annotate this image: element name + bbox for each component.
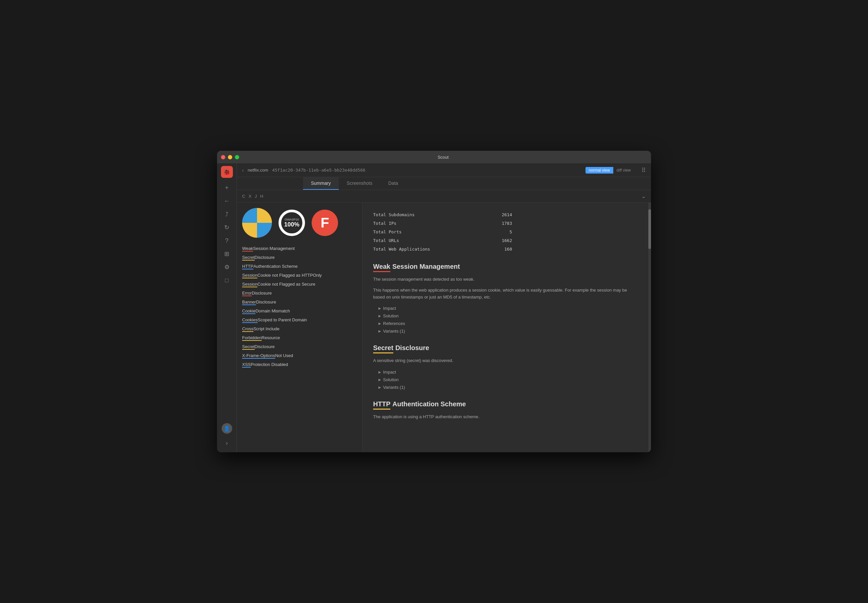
collapse-solution-secret[interactable]: ▶ Solution <box>373 376 638 383</box>
section-desc-weak-session-1: The session management was detected as t… <box>373 276 638 283</box>
close-button[interactable] <box>221 155 225 159</box>
stat-label: Total Ports <box>373 228 401 237</box>
vuln-cookie-mismatch[interactable]: Cookie Domain Mismatch <box>242 307 357 316</box>
grid-icon[interactable]: ⊞ <box>221 248 233 260</box>
vuln-highlight: Secret <box>242 344 255 350</box>
window-title: Scout <box>239 155 647 160</box>
logo: 🐞 <box>221 166 233 178</box>
vuln-highlight: Session <box>242 273 257 278</box>
grade-letter: F <box>321 215 329 231</box>
diff-view-button[interactable]: diff view <box>613 167 634 173</box>
vuln-banner-disclosure[interactable]: Banner Disclosure <box>242 298 357 307</box>
vuln-error-disclosure[interactable]: Error Disclosure <box>242 289 357 298</box>
collapse-label: References <box>383 321 405 326</box>
collapse-impact-secret[interactable]: ▶ Impact <box>373 368 638 376</box>
stat-webapps: Total Web Applications 160 <box>373 245 512 254</box>
tab-data[interactable]: Data <box>380 177 406 190</box>
vuln-http-auth[interactable]: HTTP Authentication Scheme <box>242 262 357 271</box>
owasp-label: OWASP10 <box>284 218 299 221</box>
vuln-highlight: Session <box>242 282 257 287</box>
filter-c[interactable]: C <box>242 194 245 199</box>
breadcrumb-id: 45f1ac20-347b-11eb-a6e5-bb23e48dd566 <box>272 168 366 173</box>
collapse-label: Variants (1) <box>383 329 405 334</box>
section-http-auth: HTTP Authentication Scheme The applicati… <box>373 400 638 421</box>
section-title-highlight: Weak <box>373 263 390 272</box>
filter-j[interactable]: J <box>255 194 257 199</box>
vuln-xss-protection[interactable]: XSS Protection Disabled <box>242 360 357 369</box>
scrollbar-thumb[interactable] <box>648 209 651 249</box>
scrollbar-track[interactable] <box>648 203 651 452</box>
vuln-highlight: Cookies <box>242 317 258 323</box>
grid-dots-icon[interactable]: ⠿ <box>642 167 646 174</box>
expand-icon[interactable]: › <box>221 437 233 449</box>
tab-summary[interactable]: Summary <box>303 177 339 190</box>
maximize-button[interactable] <box>235 155 239 159</box>
stat-value: 5 <box>510 228 512 237</box>
vuln-highlight: X-Frame-Options <box>242 353 275 359</box>
arrow-icon: ▶ <box>378 322 381 325</box>
stat-label: Total Subdomains <box>373 210 414 219</box>
filter-dropdown[interactable]: ⌄ <box>642 193 646 199</box>
stat-label: Total Web Applications <box>373 245 430 254</box>
top-bar: ‹ netflix.com 45f1ac20-347b-11eb-a6e5-bb… <box>237 163 651 177</box>
vuln-highlight: Cross <box>242 326 253 332</box>
vuln-weak-session[interactable]: Weak Session Management <box>242 244 357 253</box>
collapse-variants-secret[interactable]: ▶ Variants (1) <box>373 383 638 391</box>
vuln-x-frame[interactable]: X-Frame-Options Not Used <box>242 351 357 360</box>
sidebar: 🐞 + ← ⤴ ↻ ? ⊞ ⚙ □ 👤 › <box>217 163 237 452</box>
owasp-circle: OWASP10 100% <box>279 210 305 236</box>
grade-circle: F <box>312 210 338 236</box>
add-icon[interactable]: + <box>221 182 233 194</box>
section-desc-http: The application is using a HTTP authenti… <box>373 414 638 421</box>
stat-label: Total IPs <box>373 219 396 228</box>
collapse-label: Variants (1) <box>383 385 405 390</box>
arrow-icon: ▶ <box>378 370 381 374</box>
stat-ips: Total IPs 1783 <box>373 219 512 228</box>
filter-x[interactable]: X <box>248 194 251 199</box>
right-panel-wrapper: Total Subdomains 2614 Total IPs 1783 Tot… <box>363 203 651 452</box>
vuln-forbidden-resource[interactable]: Forbidden Resource <box>242 334 357 342</box>
content-area: ‹ netflix.com 45f1ac20-347b-11eb-a6e5-bb… <box>237 163 651 452</box>
app-window: Scout 🐞 + ← ⤴ ↻ ? ⊞ ⚙ □ 👤 › ‹ netflix.co… <box>217 151 651 452</box>
back-icon[interactable]: ← <box>221 195 233 207</box>
collapse-variants-weak[interactable]: ▶ Variants (1) <box>373 327 638 335</box>
vuln-highlight: XSS <box>242 362 251 368</box>
arrow-icon: ▶ <box>378 314 381 318</box>
settings-icon[interactable]: ⚙ <box>221 261 233 273</box>
vuln-secret-disclosure-1[interactable]: Secret Disclosure <box>242 253 357 262</box>
collapse-impact-weak[interactable]: ▶ Impact <box>373 305 638 312</box>
tabs-bar: Summary Screenshots Data <box>237 177 651 190</box>
filter-bar: C X J H ⌄ <box>237 190 651 203</box>
help-icon[interactable]: ? <box>221 235 233 247</box>
vuln-highlight: HTTP <box>242 264 253 269</box>
filter-h[interactable]: H <box>260 194 263 199</box>
share-icon[interactable]: ⤴ <box>221 208 233 220</box>
vuln-secret-disclosure-2[interactable]: Secret Disclosure <box>242 342 357 351</box>
collapse-solution-weak[interactable]: ▶ Solution <box>373 312 638 320</box>
collapse-label: Solution <box>383 314 398 319</box>
vuln-session-httponly[interactable]: Session Cookie not Flagged as HTTPOnly <box>242 271 357 280</box>
vuln-highlight: Banner <box>242 300 256 305</box>
arrow-icon: ▶ <box>378 385 381 389</box>
refresh-icon[interactable]: ↻ <box>221 221 233 233</box>
minimize-button[interactable] <box>228 155 232 159</box>
section-title-highlight: Secret <box>373 344 393 353</box>
collapse-references-weak[interactable]: ▶ References <box>373 320 638 327</box>
section-secret-disclosure: Secret Disclosure A sensitive string (se… <box>373 344 638 391</box>
tab-screenshots[interactable]: Screenshots <box>339 177 380 190</box>
charts-row: OWASP10 100% F <box>242 208 357 238</box>
vuln-highlight: Error <box>242 291 252 296</box>
vuln-cookies-parent[interactable]: Cookies Scoped to Parent Domain <box>242 316 357 325</box>
vuln-session-secure[interactable]: Session Cookie not Flagged as Secure <box>242 280 357 289</box>
breadcrumb-domain[interactable]: netflix.com <box>248 168 268 173</box>
arrow-icon: ▶ <box>378 329 381 333</box>
folder-icon[interactable]: □ <box>221 274 233 286</box>
main-container: 🐞 + ← ⤴ ↻ ? ⊞ ⚙ □ 👤 › ‹ netflix.com 45f1… <box>217 163 651 452</box>
avatar[interactable]: 👤 <box>222 423 232 434</box>
right-panel: Total Subdomains 2614 Total IPs 1783 Tot… <box>363 203 648 452</box>
normal-view-button[interactable]: normal view <box>586 167 613 173</box>
section-title-rest: Session Management <box>392 263 460 271</box>
traffic-lights <box>221 155 239 159</box>
vuln-cross-script[interactable]: Cross Script Include <box>242 325 357 334</box>
vuln-highlight: Secret <box>242 255 255 261</box>
